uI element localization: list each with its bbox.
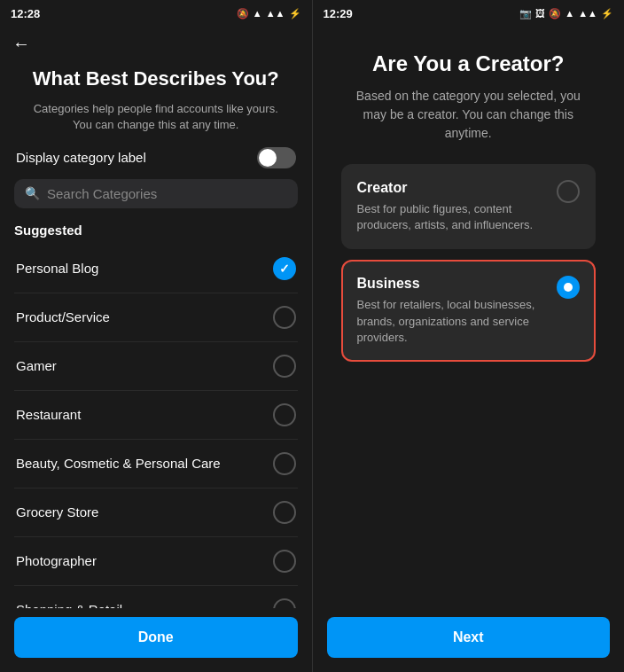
list-item[interactable]: Personal Blog: [14, 245, 298, 293]
category-name: Beauty, Cosmetic & Personal Care: [16, 456, 221, 471]
toggle-knob: [259, 149, 277, 167]
toggle-row: Display category label: [14, 147, 298, 168]
business-option-card[interactable]: Business Best for retailers, local busin…: [341, 260, 597, 362]
battery-icon: ⚡: [289, 8, 301, 20]
search-icon: 🔍: [25, 186, 40, 200]
signal-icon-right: ▲▲: [578, 8, 597, 19]
creator-subtitle: Based on the category you selected, you …: [327, 87, 611, 143]
list-item[interactable]: Beauty, Cosmetic & Personal Care: [14, 440, 298, 488]
category-name: Product/Service: [16, 309, 110, 324]
list-item[interactable]: Gamer: [14, 342, 298, 391]
business-option-title: Business: [357, 276, 547, 292]
radio-restaurant[interactable]: [273, 403, 296, 426]
battery-icon-right: ⚡: [601, 8, 613, 20]
radio-grocery[interactable]: [273, 501, 296, 524]
time-right: 12:29: [324, 7, 353, 20]
page-title: What Best Describes You?: [14, 66, 298, 92]
mute-icon: 🔕: [237, 8, 249, 20]
list-item[interactable]: Shopping & Retail: [14, 586, 298, 608]
radio-beauty[interactable]: [273, 452, 296, 475]
done-button[interactable]: Done: [14, 617, 298, 658]
list-item[interactable]: Product/Service: [14, 293, 298, 342]
search-placeholder: Search Categories: [47, 186, 157, 201]
category-name: Restaurant: [16, 407, 81, 422]
right-screen: 12:29 📷 🖼 🔕 ▲ ▲▲ ⚡ Are You a Creator? Ba…: [313, 0, 625, 672]
status-bar-left: 12:28 🔕 ▲ ▲▲ ⚡: [0, 0, 312, 25]
wifi-icon-right: ▲: [565, 8, 574, 19]
list-item[interactable]: Restaurant: [14, 391, 298, 440]
category-name: Photographer: [16, 553, 97, 568]
bottom-bar-left: Done: [0, 608, 312, 672]
list-item[interactable]: Grocery Store: [14, 488, 298, 537]
instagram-icon: 📷: [519, 8, 532, 20]
category-name: Personal Blog: [16, 261, 98, 276]
time-left: 12:28: [11, 7, 40, 20]
business-option-desc: Best for retailers, local businesses, br…: [357, 297, 547, 346]
section-header: Suggested: [14, 223, 298, 238]
creator-option-desc: Best for public figures, content produce…: [357, 201, 547, 233]
image-icon: 🖼: [535, 8, 545, 19]
signal-icon: ▲▲: [266, 8, 285, 19]
status-icons-right: 📷 🖼 🔕 ▲ ▲▲ ⚡: [519, 8, 613, 20]
next-button[interactable]: Next: [327, 617, 611, 658]
status-icons-left: 🔕 ▲ ▲▲ ⚡: [237, 8, 301, 20]
page-subtitle: Categories help people find accounts lik…: [14, 101, 298, 133]
wifi-icon: ▲: [253, 8, 262, 19]
creator-radio[interactable]: [557, 180, 580, 203]
creator-option-card[interactable]: Creator Best for public figures, content…: [341, 164, 597, 249]
radio-product-service[interactable]: [273, 306, 296, 329]
creator-title: Are You a Creator?: [327, 51, 611, 76]
radio-personal-blog[interactable]: [273, 257, 296, 280]
radio-shopping[interactable]: [273, 598, 296, 608]
left-screen: 12:28 🔕 ▲ ▲▲ ⚡ ← What Best Describes You…: [0, 0, 313, 672]
radio-gamer[interactable]: [273, 355, 296, 378]
toggle-label: Display category label: [16, 150, 146, 165]
mute-icon-right: 🔕: [549, 8, 561, 20]
radio-photographer[interactable]: [273, 550, 296, 573]
category-name: Grocery Store: [16, 504, 98, 520]
list-item[interactable]: Photographer: [14, 537, 298, 586]
back-button[interactable]: ←: [0, 25, 312, 58]
creator-option-text: Creator Best for public figures, content…: [357, 180, 558, 233]
creator-option-title: Creator: [357, 180, 547, 196]
business-radio[interactable]: [557, 276, 580, 299]
status-bar-right: 12:29 📷 🖼 🔕 ▲ ▲▲ ⚡: [313, 0, 625, 25]
right-content: Are You a Creator? Based on the category…: [313, 25, 625, 608]
left-content: What Best Describes You? Categories help…: [0, 58, 312, 608]
display-category-toggle[interactable]: [257, 147, 296, 168]
category-list: Personal Blog Product/Service Gamer Rest…: [14, 245, 298, 608]
bottom-bar-right: Next: [313, 608, 625, 672]
category-name: Gamer: [16, 358, 57, 373]
business-option-text: Business Best for retailers, local busin…: [357, 276, 558, 346]
search-bar[interactable]: 🔍 Search Categories: [14, 179, 298, 208]
